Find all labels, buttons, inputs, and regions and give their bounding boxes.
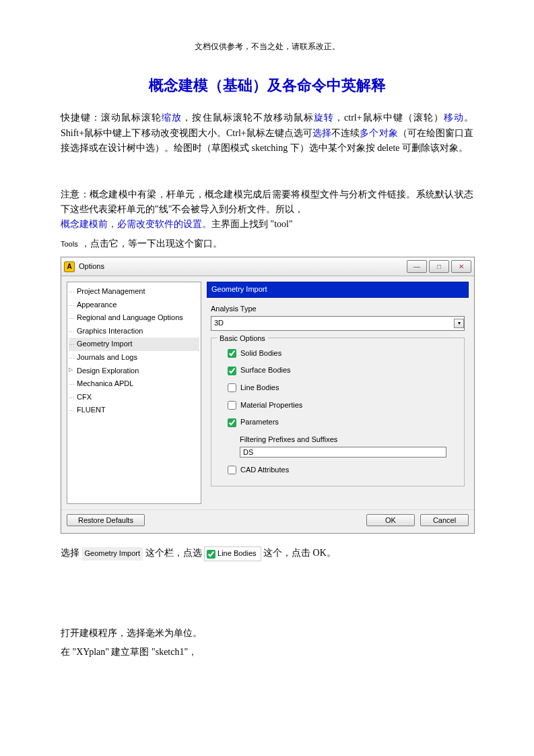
tools-menu-label: Tools (61, 239, 78, 251)
tree-item[interactable]: Project Management (69, 285, 199, 298)
analysis-type-row: Analysis Type 3D ▾ (211, 303, 465, 331)
dialog-body: Project Management Appearance Regional a… (61, 276, 474, 509)
checkbox-solid-bodies[interactable]: Solid Bodies (228, 348, 457, 360)
app-icon: A (64, 261, 75, 272)
checkbox-input[interactable] (228, 401, 236, 410)
pane-header: Geometry Import (207, 282, 469, 298)
checkbox-input[interactable] (228, 367, 236, 375)
text: 这个，点击 OK。 (261, 548, 336, 558)
kw-move: 移动 (444, 113, 464, 123)
text: ，按住鼠标滚轮不放移动鼠标 (182, 113, 313, 123)
text: 这个栏，点选 (143, 548, 204, 558)
dialog-titlebar: A Options — □ ✕ (61, 257, 474, 276)
header-note: 文档仅供参考，不当之处，请联系改正。 (61, 40, 473, 53)
note-highlight: 概念建模前，必需改变软件的设置。 (61, 219, 211, 229)
analysis-type-value: 3D (214, 317, 224, 329)
checkbox-label: Material Properties (240, 400, 302, 412)
options-right-pane: Geometry Import Analysis Type 3D ▾ Basic… (207, 282, 469, 504)
dialog-title: Options (79, 261, 405, 273)
filtering-subfield: Filtering Prefixes and Suffixes (240, 434, 457, 459)
ok-button[interactable]: OK (366, 514, 415, 526)
text: 不连续 (331, 128, 360, 138)
basic-options-group: Basic Options Solid Bodies Surface Bodie… (211, 338, 465, 486)
maximize-button[interactable]: □ (429, 260, 449, 273)
basic-options-legend: Basic Options (217, 333, 268, 345)
cancel-button[interactable]: Cancel (420, 514, 469, 526)
text: 选择 (61, 548, 82, 558)
text: 注意：概念建模中有梁，杆单元，概念建模完成后需要将模型文件与分析文件链接。系统默… (61, 189, 473, 214)
text: 主界面上找到 "tool" (211, 219, 293, 229)
tree-item[interactable]: FLUENT (69, 404, 199, 417)
tree-item[interactable]: CFX (69, 391, 199, 404)
kw-rotate: 旋转 (314, 113, 334, 123)
checkbox-label: Parameters (240, 416, 279, 429)
paragraph-note: 注意：概念建模中有梁，杆单元，概念建模完成后需要将模型文件与分析文件链接。系统默… (61, 187, 473, 232)
tree-item[interactable]: Appearance (69, 298, 199, 312)
filtering-input[interactable] (240, 447, 446, 458)
checkbox-label: CAD Attributes (240, 464, 289, 476)
checkbox-input (207, 550, 215, 559)
tree-item[interactable]: Graphics Interaction (69, 325, 199, 338)
tree-item[interactable]: Mechanica APDL (69, 377, 199, 391)
filtering-label: Filtering Prefixes and Suffixes (240, 434, 457, 446)
close-button[interactable]: ✕ (451, 260, 471, 273)
analysis-type-label: Analysis Type (211, 303, 465, 315)
paragraph-open-modeler: 打开建模程序，选择毫米为单位。 (61, 626, 473, 641)
checkbox-label: Line Bodies (218, 549, 257, 557)
tree-item-geometry-import[interactable]: Geometry Import (69, 338, 199, 351)
kw-zoom: 缩放 (162, 113, 182, 123)
tree-item-design-exploration[interactable]: Design Exploration (69, 365, 199, 378)
select-instruction-line: 选择 Geometry Import 这个栏，点选 Line Bodies 这个… (61, 546, 473, 561)
checkbox-line-bodies[interactable]: Line Bodies (228, 382, 457, 394)
dropdown-arrow-icon: ▾ (454, 319, 464, 328)
paragraph-shortcuts: 快捷键：滚动鼠标滚轮缩放，按住鼠标滚轮不放移动鼠标旋转，ctrl+鼠标中键（滚轮… (61, 111, 473, 156)
text: ，点击它，等一下出现这个窗口。 (81, 239, 222, 249)
tree-item[interactable]: Journals and Logs (69, 351, 199, 365)
page-title: 概念建模（基础）及各命令中英解释 (61, 73, 473, 97)
analysis-type-select[interactable]: 3D ▾ (211, 316, 465, 331)
tree-item[interactable]: Regional and Language Options (69, 311, 199, 325)
spacer (150, 514, 361, 526)
checkbox-surface-bodies[interactable]: Surface Bodies (228, 365, 457, 377)
tools-line: Tools，点击它，等一下出现这个窗口。 (61, 237, 473, 251)
checkbox-cad-attributes[interactable]: CAD Attributes (228, 464, 457, 476)
checkbox-material-properties[interactable]: Material Properties (228, 400, 457, 412)
text: ，ctrl+鼠标中键（滚轮） (334, 113, 444, 123)
checkbox-input[interactable] (228, 466, 236, 474)
checkbox-input[interactable] (228, 383, 236, 392)
inline-geometry-import-label: Geometry Import (82, 547, 143, 561)
checkbox-label: Solid Bodies (240, 348, 281, 360)
checkbox-parameters[interactable]: Parameters (228, 416, 457, 429)
paragraph-xyplan: 在 "XYplan" 建立草图 "sketch1"， (61, 645, 473, 660)
checkbox-label: Line Bodies (240, 382, 279, 394)
options-dialog: A Options — □ ✕ Project Management Appea… (61, 257, 475, 534)
checkbox-input[interactable] (228, 418, 236, 427)
checkbox-label: Surface Bodies (240, 365, 291, 377)
kw-select: 选择 (312, 128, 331, 138)
window-buttons: — □ ✕ (405, 260, 471, 273)
minimize-button[interactable]: — (407, 260, 427, 273)
restore-defaults-button[interactable]: Restore Defaults (67, 514, 145, 526)
dialog-footer: Restore Defaults OK Cancel (61, 509, 474, 533)
options-tree[interactable]: Project Management Appearance Regional a… (67, 282, 201, 504)
checkbox-input[interactable] (228, 349, 236, 358)
text: 快捷键：滚动鼠标滚轮 (61, 113, 162, 123)
inline-line-bodies-checkbox: Line Bodies (204, 546, 261, 561)
kw-multi: 多个对象 (360, 128, 397, 138)
